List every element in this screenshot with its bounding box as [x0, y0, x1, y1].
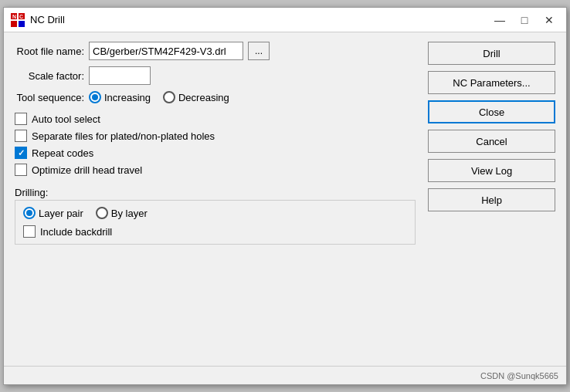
radio-by-layer-indicator: [96, 207, 108, 219]
watermark-text: CSDN @Sunqk5665: [480, 371, 558, 380]
auto-tool-label: Auto tool select: [32, 113, 100, 125]
radio-increasing-label: Increasing: [104, 92, 151, 103]
include-backdrill-label: Include backdrill: [40, 226, 112, 238]
optimize-drill-indicator: [15, 164, 27, 176]
scale-factor-row: Scale factor:: [15, 66, 416, 85]
main-window: N C NC Drill — □ ✕ Root file name: ... S…: [3, 7, 567, 385]
close-window-button[interactable]: ✕: [538, 12, 560, 29]
separate-files-label: Separate files for plated/non-plated hol…: [32, 130, 215, 142]
include-backdrill-checkbox[interactable]: Include backdrill: [23, 225, 407, 238]
svg-text:N: N: [12, 14, 16, 19]
auto-tool-indicator: [15, 113, 27, 125]
radio-decreasing[interactable]: Decreasing: [163, 91, 229, 103]
tool-sequence-row: Tool sequence: Increasing Decreasing: [15, 91, 416, 103]
main-content: Root file name: ... Scale factor: Tool s…: [4, 32, 566, 366]
svg-text:C: C: [19, 14, 23, 19]
root-file-input[interactable]: [89, 42, 243, 60]
svg-rect-2: [11, 21, 17, 27]
close-button[interactable]: Close: [428, 100, 555, 123]
repeat-codes-indicator: [15, 147, 27, 159]
optimize-drill-label: Optimize drill head travel: [32, 164, 142, 176]
options-checkboxes: Auto tool select Separate files for plat…: [15, 113, 416, 176]
view-log-button[interactable]: View Log: [428, 159, 555, 182]
radio-by-layer[interactable]: By layer: [96, 207, 148, 219]
browse-button[interactable]: ...: [248, 42, 270, 60]
root-file-row: Root file name: ...: [15, 42, 416, 60]
radio-layer-pair[interactable]: Layer pair: [23, 207, 83, 219]
window-controls: — □ ✕: [489, 12, 560, 29]
drilling-radio-group: Layer pair By layer: [23, 207, 407, 219]
title-bar: N C NC Drill — □ ✕: [4, 8, 566, 32]
drilling-section-wrapper: Drilling: Layer pair By layer: [15, 187, 416, 245]
drilling-label: Drilling:: [15, 187, 48, 198]
tool-sequence-label: Tool sequence:: [15, 92, 84, 103]
scale-factor-label: Scale factor:: [15, 70, 84, 82]
right-panel: Drill NC Parameters... Close Cancel View…: [428, 42, 555, 357]
scale-factor-input[interactable]: [89, 66, 151, 85]
drill-button[interactable]: Drill: [428, 42, 555, 65]
drilling-section: Layer pair By layer Include backdrill: [15, 200, 416, 245]
radio-by-layer-label: By layer: [111, 208, 148, 219]
separate-files-checkbox[interactable]: Separate files for plated/non-plated hol…: [15, 130, 416, 142]
radio-decreasing-indicator: [163, 91, 175, 103]
optimize-drill-checkbox[interactable]: Optimize drill head travel: [15, 164, 416, 176]
maximize-button[interactable]: □: [514, 12, 535, 29]
svg-rect-3: [19, 21, 25, 27]
cancel-button[interactable]: Cancel: [428, 130, 555, 153]
separate-files-indicator: [15, 130, 27, 142]
radio-decreasing-label: Decreasing: [178, 92, 229, 103]
help-button[interactable]: Help: [428, 188, 555, 211]
window-title: NC Drill: [30, 14, 489, 25]
auto-tool-select-checkbox[interactable]: Auto tool select: [15, 113, 416, 125]
include-backdrill-indicator: [23, 225, 36, 238]
left-panel: Root file name: ... Scale factor: Tool s…: [15, 42, 416, 357]
repeat-codes-checkbox[interactable]: Repeat codes: [15, 147, 416, 159]
app-icon: N C: [10, 12, 25, 28]
radio-increasing[interactable]: Increasing: [89, 91, 151, 103]
repeat-codes-label: Repeat codes: [32, 147, 93, 159]
nc-parameters-button[interactable]: NC Parameters...: [428, 71, 555, 94]
radio-increasing-indicator: [89, 91, 101, 103]
tool-sequence-radio-group: Increasing Decreasing: [89, 91, 229, 103]
radio-layer-pair-indicator: [23, 207, 36, 219]
root-file-label: Root file name:: [15, 46, 84, 57]
minimize-button[interactable]: —: [489, 12, 511, 29]
radio-layer-pair-label: Layer pair: [39, 208, 83, 219]
bottom-bar: CSDN @Sunqk5665: [4, 366, 566, 384]
